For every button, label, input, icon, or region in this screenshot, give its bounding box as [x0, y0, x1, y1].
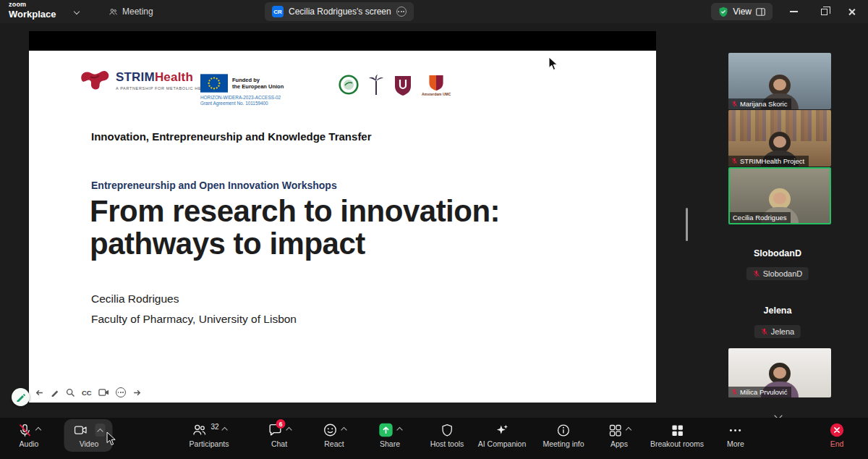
amsterdam-umc-shield-icon	[428, 75, 444, 91]
closed-captions-button[interactable]: CC	[82, 389, 92, 397]
share-screen-icon	[378, 422, 394, 438]
video-button[interactable]: Video	[64, 419, 113, 452]
participant-name: Cecilia Rodrigues	[733, 214, 786, 222]
participants-label: Participants	[190, 440, 229, 448]
mic-muted-icon	[731, 101, 738, 107]
screen-share-tab[interactable]: CR Cecilia Rodrigues's screen	[265, 2, 414, 21]
meeting-tab-label: Meeting	[122, 7, 153, 17]
apps-grid-icon	[608, 423, 623, 438]
meeting-tab[interactable]: Meeting	[103, 3, 159, 20]
share-button[interactable]: Share	[378, 422, 402, 448]
chat-button[interactable]: 6 Chat	[268, 422, 292, 448]
chat-unread-badge: 6	[276, 419, 286, 429]
more-button[interactable]: More	[727, 422, 744, 448]
strimhealth-wordmark: STRIMHealth	[116, 70, 213, 85]
titlebar: zoom Workplace Meeting CR Cecilia Rodrig…	[0, 0, 868, 23]
breakout-rooms-button[interactable]: Breakout rooms	[650, 422, 704, 448]
participant-name-tag: STRIMHealth Project	[728, 156, 809, 167]
mic-muted-icon	[731, 389, 738, 395]
participant-name-tag: Marijana Skoric	[728, 98, 791, 109]
chevron-up-icon[interactable]	[341, 427, 346, 433]
strimhealth-tagline: A PARTNERSHIP FOR METABOLIC HEALTH	[116, 86, 213, 90]
host-tools-button[interactable]: Host tools	[430, 422, 464, 448]
participants-scrollbar[interactable]	[686, 208, 688, 241]
camera-icon[interactable]	[98, 388, 109, 397]
layout-icon	[756, 8, 765, 16]
audio-button[interactable]: Audio	[17, 422, 41, 448]
host-tools-label: Host tools	[430, 440, 464, 448]
react-button[interactable]: React	[323, 422, 346, 448]
eu-funded-line2: the European Union	[232, 83, 284, 90]
ai-companion-label: AI Companion	[478, 440, 527, 448]
ai-companion-button[interactable]: AI Companion	[478, 422, 527, 448]
close-icon	[848, 8, 856, 16]
presentation-slide: STRIMHealth A PARTNERSHIP FOR METABOLIC …	[29, 51, 656, 403]
chevron-up-icon[interactable]	[396, 427, 402, 433]
eu-program-line: HORIZON-WIDERA-2023-ACCESS-02	[200, 95, 323, 100]
participant-name: Marijana Skoric	[740, 100, 787, 108]
workspace-dropdown-chevron-icon[interactable]	[74, 9, 80, 14]
smiley-icon	[323, 422, 339, 438]
participant-name: Milica Prvulović	[740, 388, 787, 396]
magnifier-icon[interactable]	[66, 388, 75, 397]
end-button[interactable]: End	[829, 422, 845, 448]
zoom-meeting-window: zoom Workplace Meeting CR Cecilia Rodrig…	[0, 0, 868, 459]
audio-participant-badge[interactable]: SlobodanD	[746, 267, 809, 280]
chevron-up-icon[interactable]	[35, 427, 41, 433]
slide-author: Cecilia Rodrigues	[91, 292, 179, 306]
eu-funded-line1: Funded by	[232, 77, 284, 83]
participant-tile-milica[interactable]: Milica Prvulović	[728, 348, 831, 397]
participant-name: SlobodanD	[763, 269, 802, 278]
ellipsis-icon	[728, 423, 744, 438]
more-label: More	[727, 440, 744, 448]
people-icon	[109, 7, 118, 17]
audio-participant-badge[interactable]: Jelena	[754, 325, 801, 338]
mic-muted-icon	[761, 328, 768, 335]
participant-name: Jelena	[771, 327, 794, 336]
video-label: Video	[80, 440, 99, 448]
screen-share-tab-label: Cecilia Rodrigues's screen	[289, 7, 391, 17]
eu-funding-block: Funded by the European Union HORIZON-WID…	[200, 74, 323, 106]
amsterdam-umc-label: Amsterdam UMC	[422, 92, 451, 96]
strimhealth-logo-icon	[78, 68, 110, 93]
chevron-up-icon	[97, 429, 103, 434]
pen-icon[interactable]	[51, 388, 59, 397]
mic-muted-icon	[753, 270, 760, 277]
restore-button[interactable]	[810, 0, 838, 23]
more-options-icon[interactable]	[116, 387, 126, 397]
view-button[interactable]: View	[711, 3, 773, 20]
strimhealth-logo: STRIMHealth A PARTNERSHIP FOR METABOLIC …	[78, 68, 213, 93]
participant-name-tag: Cecilia Rodrigues	[730, 212, 791, 223]
slide-heading: Innovation, Entrepreneurship and Knowled…	[91, 130, 372, 143]
zoom-workplace-logo: zoom Workplace	[9, 1, 56, 19]
partner-logos: Amsterdam UMC	[339, 75, 451, 96]
meeting-toolbar: Audio Video 32 Participants 6 Chat	[0, 418, 868, 459]
breakout-rooms-icon	[670, 423, 685, 438]
react-label: React	[324, 440, 344, 448]
end-meeting-icon	[829, 422, 845, 438]
meeting-info-button[interactable]: Meeting info	[542, 422, 584, 448]
video-options-button[interactable]	[95, 424, 106, 437]
chevron-up-icon[interactable]	[626, 427, 631, 433]
apps-button[interactable]: Apps	[608, 422, 631, 448]
chevron-up-icon[interactable]	[286, 427, 292, 433]
close-button[interactable]	[838, 0, 865, 23]
info-icon	[556, 423, 571, 438]
participant-tile-strimhealth-project[interactable]: STRIMHealth Project	[728, 110, 831, 167]
back-arrow-icon[interactable]	[35, 388, 44, 397]
forward-arrow-icon[interactable]	[132, 388, 142, 397]
participant-header: Jelena	[687, 306, 868, 316]
participants-button[interactable]: 32 Participants	[190, 422, 229, 448]
annotate-launcher-button[interactable]	[12, 388, 30, 406]
chevron-up-icon[interactable]	[221, 427, 227, 433]
participants-panel: Marijana Skoric STRIMHealth Project Ceci…	[687, 23, 868, 418]
participant-tile-cecilia-active-speaker[interactable]: Cecilia Rodrigues	[728, 167, 831, 224]
minimize-button[interactable]	[780, 0, 807, 23]
mic-muted-icon	[17, 423, 33, 438]
apps-label: Apps	[610, 440, 628, 448]
participant-tile-marijana[interactable]: Marijana Skoric	[728, 53, 831, 109]
slideshow-control-bar: CC	[35, 387, 142, 397]
slide-affiliation: Faculty of Pharmacy, University of Lisbo…	[91, 313, 297, 326]
tab-options-icon[interactable]	[396, 7, 407, 17]
video-camera-icon	[73, 423, 89, 437]
